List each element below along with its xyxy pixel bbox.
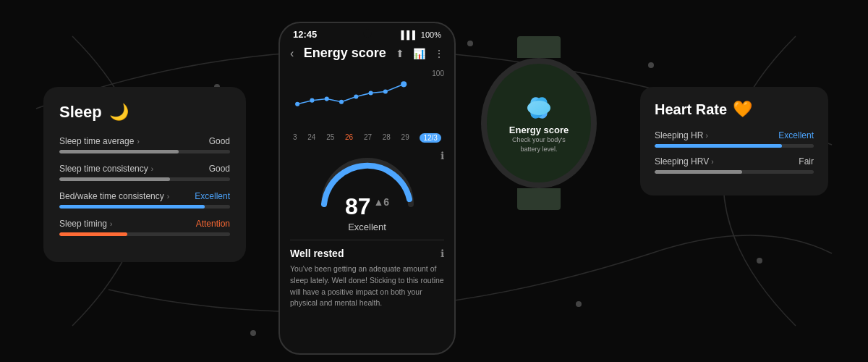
chart-icon[interactable]: 📊	[413, 48, 425, 59]
well-rested-title: Well rested	[290, 248, 344, 259]
heart-metric-sleeping-hrv: Sleeping HRV › Fair	[655, 156, 814, 174]
progress-fill-sleep-cons	[59, 177, 170, 181]
heart-metric-label-row-hr: Sleeping HR › Excellent	[655, 130, 814, 140]
heart-metric-sleeping-hr: Sleeping HR › Excellent	[655, 130, 814, 148]
watch-screen: Energy score Check your body'sbattery le…	[502, 85, 576, 161]
chevron-heart-hr: ›	[705, 132, 707, 140]
date-24: 24	[307, 133, 315, 143]
back-button[interactable]: ‹	[290, 47, 294, 60]
phone: 12:45 ▌▌▌ 100% ‹ Energy score ⬆ 📊 ⋮ 100	[278, 22, 456, 355]
svg-point-9	[310, 98, 314, 103]
progress-bg-sleep-timing	[59, 232, 230, 236]
phone-header: ‹ Energy score ⬆ 📊 ⋮	[290, 43, 444, 70]
sleep-card: Sleep 🌙 Sleep time average › Good Sleep …	[43, 87, 246, 262]
progress-fill-sleep-avg	[59, 150, 179, 153]
well-rested-text: You've been getting an adequate amount o…	[290, 264, 444, 309]
svg-point-7	[250, 330, 256, 336]
share-icon[interactable]: ⬆	[396, 48, 404, 59]
watch-band-top	[517, 36, 561, 58]
chevron-icon-3: ›	[167, 193, 169, 201]
well-rested-header: Well rested ℹ	[290, 248, 444, 259]
signal-icon: ▌▌▌	[401, 30, 417, 39]
heart-rate-card: Heart Rate 🧡 Sleeping HR › Excellent Sle…	[640, 87, 828, 195]
metric-label-sleep-cons[interactable]: Sleep time consistency ›	[59, 164, 153, 174]
heart-progress-bg-hr	[655, 144, 814, 148]
progress-fill-sleep-timing	[59, 232, 127, 236]
metric-status-sleep-cons: Good	[209, 164, 230, 174]
chart-max-label: 100	[432, 70, 444, 77]
heart-metric-label-hr[interactable]: Sleeping HR ›	[655, 130, 708, 140]
phone-screen: ‹ Energy score ⬆ 📊 ⋮ 100	[280, 43, 454, 309]
metric-row-sleep-consistency: Sleep time consistency › Good	[59, 164, 230, 181]
phone-time: 12:45	[293, 29, 317, 40]
heart-metric-status-hrv: Fair	[799, 156, 814, 167]
date-27: 27	[364, 133, 372, 143]
heart-icon: 🧡	[733, 100, 752, 119]
heart-progress-fill-hr	[655, 144, 782, 148]
status-icons: ▌▌▌ 100%	[401, 30, 441, 39]
info-icon[interactable]: ℹ	[441, 150, 444, 161]
phone-screen-title: Energy score	[304, 46, 386, 61]
chevron-icon-2: ›	[151, 165, 153, 173]
watch-crown	[595, 111, 597, 136]
watch-flower-logo	[519, 92, 559, 125]
svg-point-13	[369, 90, 373, 95]
heart-metric-status-hr: Excellent	[778, 130, 814, 140]
svg-point-11	[339, 100, 344, 104]
progress-bg-bed-wake	[59, 205, 230, 209]
date-active[interactable]: 12/3	[420, 133, 441, 143]
metric-label-sleep-avg[interactable]: Sleep time average ›	[59, 136, 140, 146]
chevron-icon: ›	[137, 138, 139, 146]
phone-action-icons: ⬆ 📊 ⋮	[396, 48, 444, 59]
date-28: 28	[383, 133, 391, 143]
metric-label-sleep-timing[interactable]: Sleep timing ›	[59, 219, 112, 229]
watch-energy-title: Energy score	[509, 125, 569, 135]
heart-progress-fill-hrv	[655, 170, 742, 174]
metric-status-sleep-avg: Good	[209, 136, 230, 146]
well-rested-info-icon[interactable]: ℹ	[441, 248, 444, 259]
score-change: ▲6	[371, 196, 390, 208]
date-row: 3 24 25 26 27 28 29 12/3	[290, 133, 444, 143]
metric-row-bed-wake: Bed/wake time consistency › Excellent	[59, 191, 230, 209]
more-icon[interactable]: ⋮	[434, 48, 444, 59]
date-3: 3	[293, 133, 297, 143]
energy-chart	[290, 70, 444, 117]
watch-band-bottom	[517, 188, 561, 210]
heart-card-header: Heart Rate 🧡	[655, 100, 814, 119]
watch-body: Energy score Check your body'sbattery le…	[481, 58, 597, 188]
progress-fill-bed-wake	[59, 205, 205, 209]
svg-point-5	[757, 258, 762, 264]
svg-point-12	[354, 95, 358, 99]
gauge-container: ℹ 87 ▲6 Excellent	[290, 150, 444, 232]
heart-progress-bg-hrv	[655, 170, 814, 174]
moon-icon: 🌙	[109, 103, 129, 122]
phone-body: 12:45 ▌▌▌ 100% ‹ Energy score ⬆ 📊 ⋮ 100	[278, 22, 456, 355]
battery-icon: 100%	[421, 30, 441, 39]
phone-notch	[363, 29, 372, 38]
metric-row-sleep-timing: Sleep timing › Attention	[59, 219, 230, 236]
progress-bg-sleep-avg	[59, 150, 230, 153]
date-29: 29	[401, 133, 409, 143]
svg-point-18	[527, 101, 550, 115]
progress-bg-sleep-cons	[59, 177, 230, 181]
chevron-heart-hrv: ›	[711, 158, 713, 166]
date-26: 26	[345, 133, 353, 143]
svg-point-3	[648, 62, 654, 68]
metric-row-sleep-time-avg: Sleep time average › Good	[59, 136, 230, 153]
watch-energy-sub: Check your body'sbattery level.	[512, 135, 566, 153]
svg-point-6	[576, 301, 582, 307]
svg-point-10	[325, 97, 329, 101]
gauge-score: 87 ▲6	[345, 193, 389, 219]
svg-point-14	[383, 89, 388, 93]
heart-metric-label-hrv[interactable]: Sleeping HRV ›	[655, 156, 714, 167]
gauge-label: Excellent	[348, 222, 386, 232]
metric-label-bed-wake[interactable]: Bed/wake time consistency ›	[59, 191, 169, 201]
smartwatch: Energy score Check your body'sbattery le…	[467, 36, 611, 195]
metric-status-bed-wake: Excellent	[195, 191, 230, 201]
date-25: 25	[326, 133, 334, 143]
status-bar: 12:45 ▌▌▌ 100%	[280, 23, 454, 43]
metric-status-sleep-timing: Attention	[196, 219, 230, 229]
heart-title: Heart Rate	[655, 101, 727, 118]
svg-point-8	[295, 102, 299, 106]
chevron-icon-4: ›	[110, 220, 112, 228]
